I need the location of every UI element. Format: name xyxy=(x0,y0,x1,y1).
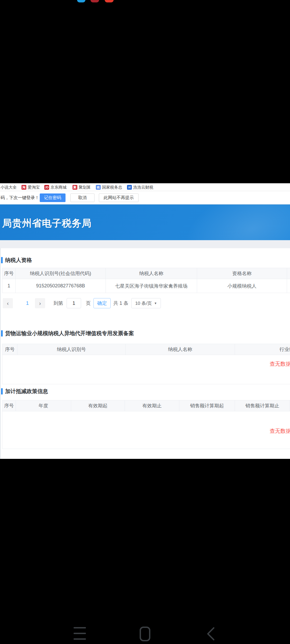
password-save-prompt: 码，下次一键登录！ 记住密码 取消 此网站不再提示 xyxy=(0,191,290,204)
bookmark-label: 京东商城 xyxy=(50,185,67,190)
remember-password-button[interactable]: 记住密码 xyxy=(40,193,66,202)
tax-bureau-icon: 税 xyxy=(96,185,101,190)
chevron-down-icon: ▼ xyxy=(154,302,157,305)
bookmark-label: 浩浩云财税 xyxy=(133,185,153,190)
table-header-row: 序号 纳税人识别号(社会信用代码) 纳税人名称 资格名称 xyxy=(2,268,290,279)
site-header: 局贵州省电子税务局 xyxy=(0,204,290,240)
cancel-button[interactable]: 取消 xyxy=(70,193,95,202)
cell-index: 1 xyxy=(2,279,16,293)
freight-filing-table: 序号 纳税人识别号 纳税人名称 行业编码 查无数据 xyxy=(2,344,290,384)
column-header: 有效期止 xyxy=(125,400,179,411)
dont-show-again-button[interactable]: 此网站不再提示 xyxy=(99,193,139,202)
column-header: 行业编码 xyxy=(235,344,290,355)
table-row: 1 91520502082776768B 七星关区海子街镇海华家禽养殖场 小规模… xyxy=(2,279,290,293)
phone-screen: 小说大全 淘 爱淘宝 JD 京东商城 聚 聚划算 税 国家税务总 H 浩浩云财税… xyxy=(0,0,290,644)
bookmark-label: 国家税务总 xyxy=(102,185,122,190)
section-title-text: 加计抵减政策信息 xyxy=(5,388,48,395)
bookmark-label: 爱淘宝 xyxy=(28,185,40,190)
content-card: 纳税人资格 序号 纳税人识别号(社会信用代码) 纳税人名称 资格名称 1 915… xyxy=(1,248,290,459)
bookmarks-bar: 小说大全 淘 爱淘宝 JD 京东商城 聚 聚划算 税 国家税务总 H 浩浩云财税 xyxy=(0,183,290,191)
jd-icon: JD xyxy=(44,185,49,190)
darkred-app-icon xyxy=(90,0,99,2)
column-header-clipped xyxy=(287,268,290,279)
section-title-freight-filing: 货物运输业小规模纳税人异地代开增值税专用发票备案 xyxy=(1,330,134,337)
cell-clipped xyxy=(287,279,290,293)
next-page-button[interactable]: › xyxy=(35,298,45,308)
section-accent-bar xyxy=(1,388,3,394)
cell-taxpayer-name: 七星关区海子街镇海华家禽养殖场 xyxy=(106,279,197,293)
red-app-icon xyxy=(105,0,114,2)
blue-app-icon xyxy=(77,0,85,2)
column-header: 销售额计算期止 xyxy=(235,400,290,411)
bookmark-label: 小说大全 xyxy=(1,185,17,190)
section-accent-bar xyxy=(1,330,3,336)
column-header: 有效期起 xyxy=(71,400,125,411)
confirm-page-button[interactable]: 确定 xyxy=(93,298,111,308)
haohao-icon: H xyxy=(127,185,132,190)
column-header: 序号 xyxy=(2,344,17,355)
page-number-input[interactable] xyxy=(67,298,81,308)
no-data-text: 查无数据 xyxy=(270,360,290,368)
table-empty-body: 查无数据 xyxy=(2,411,290,449)
table-empty-body: 查无数据 xyxy=(2,355,290,384)
page-size-value: 10 条/页 xyxy=(135,300,152,306)
bookmark-tax-bureau[interactable]: 税 国家税务总 xyxy=(96,184,122,191)
column-header: 纳税人识别号(社会信用代码) xyxy=(16,268,106,279)
page-background-gap xyxy=(0,240,290,248)
pagination: ‹ 1 › 到第 页 确定 共 1 条 10 条/页 ▼ xyxy=(2,298,289,309)
section-title-text: 纳税人资格 xyxy=(5,257,32,264)
bookmark-haohao-cloud[interactable]: H 浩浩云财税 xyxy=(127,184,153,191)
column-header: 纳税人名称 xyxy=(106,268,197,279)
prev-page-button[interactable]: ‹ xyxy=(3,298,13,308)
taxpayer-qualification-table: 序号 纳税人识别号(社会信用代码) 纳税人名称 资格名称 1 915205020… xyxy=(2,268,290,293)
bookmark-juhuasuan[interactable]: 聚 聚划算 xyxy=(73,184,91,191)
recents-menu-icon[interactable] xyxy=(74,627,86,640)
section-accent-bar xyxy=(1,257,3,263)
table-header-row: 序号 年度 有效期起 有效期止 销售额计算期起 销售额计算期止 xyxy=(2,400,290,411)
cell-taxpayer-id: 91520502082776768B xyxy=(16,279,106,293)
table-header-row: 序号 纳税人识别号 纳税人名称 行业编码 xyxy=(2,344,290,355)
column-header: 纳税人识别号 xyxy=(17,344,126,355)
deduction-policy-table: 序号 年度 有效期起 有效期止 销售额计算期起 销售额计算期止 查无数据 xyxy=(2,400,290,449)
section-title-text: 货物运输业小规模纳税人异地代开增值税专用发票备案 xyxy=(5,330,134,337)
column-header: 销售额计算期起 xyxy=(179,400,235,411)
back-icon[interactable] xyxy=(206,627,215,641)
no-data-text: 查无数据 xyxy=(270,427,290,435)
section-title-taxpayer-qualification: 纳税人资格 xyxy=(1,256,32,264)
taobao-icon: 淘 xyxy=(21,185,26,190)
cell-qualification-name: 小规模纳税人 xyxy=(197,279,287,293)
section-title-deduction-policy: 加计抵减政策信息 xyxy=(1,387,48,395)
header-decoration xyxy=(173,204,290,240)
password-prompt-message: 码，下次一键登录！ xyxy=(1,195,39,201)
bookmark-label: 聚划算 xyxy=(79,185,91,190)
column-header: 资格名称 xyxy=(197,268,287,279)
bookmark-xiaoshuodaquan[interactable]: 小说大全 xyxy=(1,184,17,191)
column-header: 序号 xyxy=(2,268,16,279)
column-header: 年度 xyxy=(16,400,71,411)
bookmark-aitaobao[interactable]: 淘 爱淘宝 xyxy=(21,184,40,191)
total-count-label: 共 1 条 xyxy=(113,298,128,308)
juhuasuan-icon: 聚 xyxy=(73,185,77,190)
goto-page-suffix: 页 xyxy=(86,298,91,308)
home-icon[interactable] xyxy=(140,627,150,641)
site-title: 局贵州省电子税务局 xyxy=(2,217,92,230)
current-page-number[interactable]: 1 xyxy=(23,298,32,308)
column-header: 序号 xyxy=(2,400,16,411)
bookmark-jd[interactable]: JD 京东商城 xyxy=(44,184,67,191)
column-header: 纳税人名称 xyxy=(126,344,235,355)
goto-page-prefix: 到第 xyxy=(53,298,63,308)
page-size-select[interactable]: 10 条/页 ▼ xyxy=(131,298,161,308)
